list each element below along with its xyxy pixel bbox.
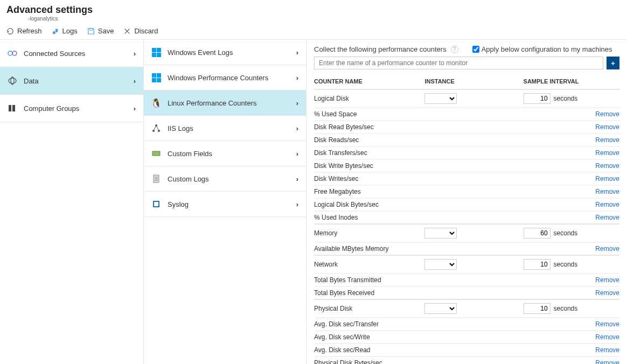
remove-link[interactable]: Remove bbox=[583, 159, 619, 172]
counter-row: Free MegabytesRemove bbox=[314, 185, 619, 198]
remove-link[interactable]: Remove bbox=[583, 198, 619, 211]
counter-row: Avg. Disk sec/WriteRemove bbox=[314, 331, 619, 344]
instance-select[interactable] bbox=[424, 228, 457, 239]
remove-link[interactable]: Remove bbox=[583, 185, 619, 198]
custom-fields-icon bbox=[151, 149, 161, 158]
counter-row: % Used SpaceRemove bbox=[314, 108, 619, 121]
group-name: Physical Disk bbox=[314, 299, 424, 318]
custom-logs-icon bbox=[151, 174, 161, 184]
svg-rect-8 bbox=[12, 105, 15, 111]
remove-link[interactable]: Remove bbox=[583, 146, 619, 159]
secondary-nav-item[interactable]: Custom Fields› bbox=[144, 141, 306, 166]
instance-select[interactable] bbox=[424, 303, 457, 314]
remove-link[interactable]: Remove bbox=[583, 286, 619, 299]
secondary-nav-item[interactable]: IIS Logs› bbox=[144, 116, 306, 141]
discard-icon bbox=[123, 27, 131, 35]
nav-label: Syslog bbox=[168, 200, 189, 208]
primary-nav-item[interactable]: Connected Sources› bbox=[0, 40, 143, 67]
nav-label: Windows Performance Counters bbox=[168, 74, 268, 82]
counter-row: Disk Write Bytes/secRemove bbox=[314, 159, 619, 172]
save-button[interactable]: Save bbox=[87, 27, 114, 35]
counters-table: COUNTER NAME INSTANCE SAMPLE INTERVAL Lo… bbox=[314, 76, 619, 364]
group-name: Logical Disk bbox=[314, 89, 424, 108]
data-icon bbox=[8, 76, 17, 86]
nav-label: Data bbox=[24, 77, 38, 85]
refresh-label: Refresh bbox=[17, 27, 42, 35]
remove-link[interactable]: Remove bbox=[583, 274, 619, 286]
secondary-nav-item[interactable]: Windows Performance Counters› bbox=[144, 65, 306, 90]
counter-name: % Used Space bbox=[314, 108, 583, 121]
remove-link[interactable]: Remove bbox=[583, 172, 619, 185]
apply-config-checkbox[interactable] bbox=[472, 46, 479, 53]
instance-select[interactable] bbox=[424, 93, 457, 104]
nav-label: Windows Event Logs bbox=[168, 48, 233, 57]
chevron-right-icon: › bbox=[296, 74, 298, 82]
counter-row: Physical Disk Bytes/secRemove bbox=[314, 356, 619, 364]
counter-row: Avg. Disk sec/TransferRemove bbox=[314, 318, 619, 331]
svg-point-4 bbox=[12, 51, 17, 55]
interval-input[interactable] bbox=[524, 93, 551, 104]
primary-nav-item[interactable]: Computer Groups› bbox=[0, 95, 143, 122]
group-name: Memory bbox=[314, 224, 424, 242]
instance-select[interactable] bbox=[424, 259, 457, 270]
discard-button[interactable]: Discard bbox=[123, 27, 158, 35]
secondary-nav-item[interactable]: Custom Logs› bbox=[144, 166, 306, 192]
chevron-right-icon: › bbox=[296, 150, 298, 158]
secondary-nav-item[interactable]: Syslog› bbox=[144, 192, 306, 217]
counter-name: Total Bytes Received bbox=[314, 286, 583, 299]
apply-config-label: Apply below configuration to my machines bbox=[482, 45, 612, 53]
connected-sources-icon bbox=[8, 48, 17, 58]
group-name: Network bbox=[314, 255, 424, 274]
remove-link[interactable]: Remove bbox=[583, 108, 619, 121]
col-counter-name: COUNTER NAME bbox=[314, 76, 424, 89]
counter-row: Disk Transfers/secRemove bbox=[314, 146, 619, 159]
logs-button[interactable]: Logs bbox=[52, 27, 78, 35]
iis-icon bbox=[151, 123, 161, 133]
counter-name: Available MBytes Memory bbox=[314, 242, 583, 255]
counter-group-row: Logical Diskseconds bbox=[314, 89, 619, 108]
counter-row: Disk Read Bytes/secRemove bbox=[314, 121, 619, 134]
remove-link[interactable]: Remove bbox=[583, 356, 619, 364]
secondary-nav-item[interactable]: 🐧Linux Performance Counters› bbox=[144, 90, 306, 116]
counter-name: % Used Inodes bbox=[314, 211, 583, 224]
nav-label: Connected Sources bbox=[24, 50, 85, 58]
interval-input[interactable] bbox=[524, 228, 551, 239]
syslog-icon bbox=[151, 199, 161, 209]
svg-rect-12 bbox=[152, 151, 160, 156]
col-interval: SAMPLE INTERVAL bbox=[524, 76, 584, 89]
counter-group-row: Networkseconds bbox=[314, 255, 619, 274]
linux-icon: 🐧 bbox=[151, 98, 162, 108]
counter-search-input[interactable] bbox=[314, 57, 603, 69]
svg-point-0 bbox=[52, 31, 55, 34]
refresh-button[interactable]: Refresh bbox=[6, 27, 42, 35]
primary-nav: Connected Sources›Data›Computer Groups› bbox=[0, 40, 144, 364]
chevron-right-icon: › bbox=[296, 48, 298, 57]
interval-input[interactable] bbox=[524, 259, 551, 270]
toolbar: Refresh Logs Save Discard bbox=[0, 24, 627, 40]
remove-link[interactable]: Remove bbox=[583, 331, 619, 344]
discard-label: Discard bbox=[134, 27, 158, 35]
help-icon[interactable]: ? bbox=[451, 46, 458, 53]
counter-name: Disk Transfers/sec bbox=[314, 146, 583, 159]
chevron-right-icon: › bbox=[134, 77, 136, 85]
remove-link[interactable]: Remove bbox=[583, 318, 619, 331]
remove-link[interactable]: Remove bbox=[583, 242, 619, 255]
counter-row: Available MBytes MemoryRemove bbox=[314, 242, 619, 255]
primary-nav-item[interactable]: Data› bbox=[0, 67, 143, 95]
interval-input[interactable] bbox=[524, 303, 551, 314]
logs-icon bbox=[52, 27, 59, 35]
secondary-nav-item[interactable]: Windows Event Logs› bbox=[144, 40, 306, 65]
remove-link[interactable]: Remove bbox=[583, 211, 619, 224]
apply-config-checkbox-wrap[interactable]: Apply below configuration to my machines bbox=[472, 45, 612, 53]
remove-link[interactable]: Remove bbox=[583, 134, 619, 146]
counter-name: Avg. Disk sec/Transfer bbox=[314, 318, 583, 331]
chevron-right-icon: › bbox=[296, 200, 298, 208]
seconds-label: seconds bbox=[554, 95, 578, 102]
nav-label: Computer Groups bbox=[24, 104, 79, 113]
remove-link[interactable]: Remove bbox=[583, 121, 619, 134]
page-title: Advanced settings bbox=[6, 4, 618, 16]
add-counter-button[interactable]: + bbox=[607, 57, 619, 69]
windows-icon bbox=[152, 73, 161, 82]
remove-link[interactable]: Remove bbox=[583, 344, 619, 356]
counter-name: Avg. Disk sec/Write bbox=[314, 331, 583, 344]
